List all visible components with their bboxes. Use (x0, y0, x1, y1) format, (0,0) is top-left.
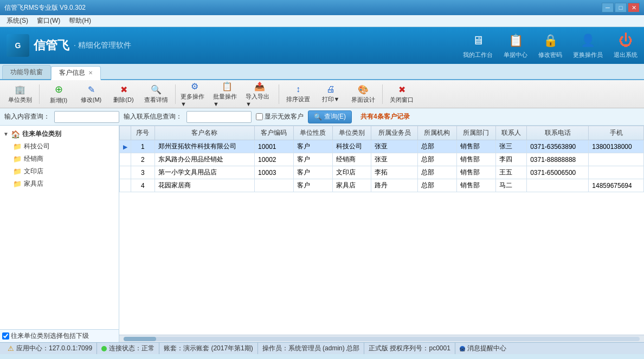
search-content-label: 输入内容查询： (4, 112, 50, 121)
tree-item-tech[interactable]: 📁 科技公司 (2, 140, 117, 153)
search-bar: 输入内容查询： 输入联系信息查询： 显示无效客户 🔍 查询(E) 共有4条客户记… (0, 108, 644, 126)
tree-item-furniture[interactable]: 📁 家具店 (2, 178, 117, 190)
add-button[interactable]: ⊕ 新增(I) (43, 82, 74, 106)
edit-button[interactable]: ✎ 修改(M) (75, 82, 107, 106)
sort-label: 排序设置 (286, 95, 310, 103)
horizontal-scrollbar[interactable] (119, 335, 644, 342)
tree-root-label: 往来单位类别 (22, 129, 61, 139)
import-export-icon: 📤 (254, 81, 265, 92)
folder-icon-furniture: 📁 (13, 180, 22, 188)
search-content-input[interactable] (54, 111, 119, 123)
row-name: 第一小学文具用品店 (154, 166, 255, 179)
switch-user-action[interactable]: 👤 更换操作员 (573, 32, 603, 59)
tree-item-dealer-label: 经销商 (24, 154, 43, 164)
menu-system[interactable]: 系统(S) (2, 15, 33, 27)
menu-help[interactable]: 帮助(H) (65, 15, 95, 27)
logo-area: G 信管飞 · 精细化管理软件 (7, 34, 131, 57)
search-button-label: 查询(E) (324, 112, 346, 121)
add-label: 新增(I) (50, 96, 67, 105)
delete-button[interactable]: ✖ 删除(D) (108, 82, 139, 106)
import-export-label: 导入导出▼ (246, 93, 274, 107)
logout-action[interactable]: ⏻ 退出系统 (614, 32, 637, 59)
password-action[interactable]: 🔒 修改密码 (538, 32, 562, 59)
tree-footer: 往来单位类别选择包括下级 (0, 329, 119, 342)
view-detail-button[interactable]: 🔍 查看详情 (140, 82, 172, 106)
table-row[interactable]: 2 东风路办公用品经销处 10002 客户 经销商 张亚 总部 销售部 李四 0… (120, 153, 644, 166)
status-connection-text: 连接状态：正常 (109, 344, 154, 353)
close-window-button[interactable]: ✖ 关闭窗口 (386, 82, 417, 106)
tree-item-dealer[interactable]: 📁 经销商 (2, 153, 117, 165)
view-detail-label: 查看详情 (144, 96, 168, 104)
minimize-button[interactable]: ─ (602, 3, 614, 12)
search-contact-input[interactable] (186, 111, 252, 123)
row-index: 4 (131, 179, 155, 192)
folder-icon-print: 📁 (13, 167, 22, 175)
unit-type-button[interactable]: 🏢 单位类别 (4, 82, 36, 106)
status-account: 账套：演示账套 (2017年第1期) (159, 343, 258, 354)
show-invalid-checkbox-label[interactable]: 显示无效客户 (256, 112, 304, 121)
data-table-wrapper: 序号 客户名称 客户编码 单位性质 单位类别 所属业务员 所属机构 所属部门 联… (119, 126, 644, 335)
status-version: 正式版 授权序列号：pc0001 (364, 343, 455, 354)
row-salesman: 李拓 (371, 166, 418, 179)
connection-status-icon (101, 346, 107, 351)
ui-design-button[interactable]: 🎨 界面设计 (347, 82, 379, 106)
status-version-text: 正式版 授权序列号：pc0001 (369, 344, 450, 353)
print-button[interactable]: 🖨 打印▼ (315, 82, 346, 106)
col-nature: 单位性质 (293, 126, 332, 140)
row-code: 10002 (255, 153, 294, 166)
include-sub-checkbox[interactable] (2, 332, 9, 340)
maximize-button[interactable]: □ (615, 3, 627, 12)
tree-root[interactable]: ▼ 🏠 往来单位类别 (2, 128, 117, 140)
tree-item-print[interactable]: 📁 文印店 (2, 165, 117, 178)
row-phone: 0371-65006500 (527, 166, 589, 179)
batch-ops-button[interactable]: 📋 批量操作▼ (211, 82, 243, 106)
row-mobile: 13800138000 (589, 140, 644, 153)
workbench-action[interactable]: 🖥 我的工作台 (463, 32, 493, 59)
row-indicator-cell (120, 166, 131, 179)
tab-customer[interactable]: 客户信息 ✕ (51, 66, 101, 80)
folder-icon-tech: 📁 (13, 142, 22, 151)
row-phone: 0371-88888888 (527, 153, 589, 166)
menu-window[interactable]: 窗口(W) (33, 15, 65, 27)
status-app: ⚠ 应用中心：127.0.0.1:7099 (3, 343, 97, 354)
more-ops-button[interactable]: ⚙ 更多操作▼ (179, 82, 210, 106)
close-button[interactable]: ✕ (628, 3, 640, 12)
table-row[interactable]: 3 第一小学文具用品店 10003 客户 文印店 李拓 总部 销售部 王五 03… (120, 166, 644, 179)
include-sub-label[interactable]: 往来单位类别选择包括下级 (2, 331, 89, 341)
sort-button[interactable]: ↕ 排序设置 (282, 82, 314, 106)
logo-icon: G (7, 34, 29, 57)
app-header: G 信管飞 · 精细化管理软件 🖥 我的工作台 📋 单据中心 🔒 修改密码 👤 … (0, 27, 644, 64)
toolbar-sep-3 (279, 84, 279, 104)
more-ops-label: 更多操作▼ (181, 93, 209, 107)
row-org: 总部 (418, 179, 457, 192)
status-message[interactable]: ✉ 消息提醒中心 (455, 343, 511, 354)
delete-label: 删除(D) (113, 96, 133, 104)
print-icon: 🖨 (326, 84, 335, 94)
search-button[interactable]: 🔍 查询(E) (308, 110, 352, 123)
show-invalid-checkbox[interactable] (256, 113, 263, 120)
col-type: 单位类别 (332, 126, 371, 140)
status-operator: 操作员：系统管理员 (admin) 总部 (258, 343, 364, 354)
table-row[interactable]: ▶ 1 郑州亚拓软件科技有限公司 10001 客户 科技公司 张亚 总部 销售部… (120, 140, 644, 153)
tab-close-icon[interactable]: ✕ (88, 70, 93, 76)
scrollbar-track (124, 337, 640, 341)
warning-icon: ⚠ (8, 344, 14, 353)
row-indicator-cell (120, 179, 131, 192)
tab-nav[interactable]: 功能导航窗 (2, 65, 51, 79)
documents-action[interactable]: 📋 单据中心 (504, 32, 527, 59)
logo-sub: · 精细化管理软件 (74, 41, 131, 50)
row-nature: 客户 (293, 179, 332, 192)
window-controls: ─ □ ✕ (602, 3, 640, 12)
row-contact: 张三 (495, 140, 527, 153)
row-name: 郑州亚拓软件科技有限公司 (154, 140, 255, 153)
row-nature: 客户 (293, 166, 332, 179)
row-salesman: 路丹 (371, 179, 418, 192)
row-mobile (589, 166, 644, 179)
table-row[interactable]: 4 花园家居商 客户 家具店 路丹 总部 销售部 马二 14859675694 (120, 179, 644, 192)
scrollbar-thumb[interactable] (124, 337, 156, 341)
status-connection: 连接状态：正常 (97, 343, 159, 354)
tree-item-print-label: 文印店 (24, 167, 43, 176)
user-icon: 👤 (578, 32, 598, 49)
import-export-button[interactable]: 📤 导入导出▼ (244, 82, 275, 106)
main-content: ▼ 🏠 往来单位类别 📁 科技公司 📁 经销商 📁 文印店 📁 家具店 (0, 126, 644, 342)
